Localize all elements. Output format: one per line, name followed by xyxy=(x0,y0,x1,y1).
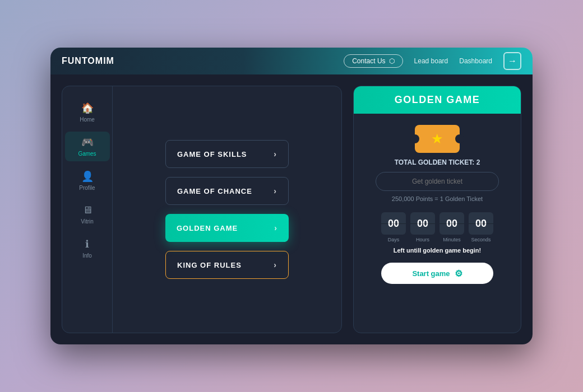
sidebar-item-info[interactable]: ℹ Info xyxy=(65,234,110,263)
golden-game-title: GOLDEN GAME xyxy=(354,86,521,114)
arrow-icon-king: › xyxy=(274,260,277,269)
countdown-minutes-label: Minutes xyxy=(443,237,461,242)
logout-button[interactable]: → xyxy=(503,52,521,70)
game-of-chance-label: GAME OF CHANCE xyxy=(177,187,252,195)
sidebar-item-vitrin[interactable]: 🖥 Vitrin xyxy=(65,200,110,229)
game-menu: GAME OF SKILLS › GAME OF CHANCE › GOLDEN… xyxy=(113,86,341,333)
sidebar-item-games[interactable]: 🎮 Games xyxy=(65,132,110,161)
king-of-rules-label: KING OF RULES xyxy=(177,261,242,269)
countdown-status-text: Left untill golden game begin! xyxy=(394,247,481,254)
countdown-minutes-box: 00 xyxy=(439,212,464,235)
sidebar-item-profile[interactable]: 👤 Profile xyxy=(65,166,110,195)
sidebar-item-home[interactable]: 🏠 Home xyxy=(65,97,110,127)
countdown-hours-box: 00 xyxy=(410,212,435,235)
leaderboard-link[interactable]: Lead board xyxy=(414,57,448,65)
info-icon: ℹ xyxy=(85,238,89,250)
contact-label: Contact Us xyxy=(352,57,385,65)
countdown-hours-unit: 00 Hours xyxy=(410,212,435,242)
golden-game-button[interactable]: GOLDEN GAME › xyxy=(165,214,289,242)
game-of-skills-button[interactable]: GAME OF SKILLS › xyxy=(165,140,289,168)
app-window: FUNTOMIM Contact Us ⬡ Lead board Dashboa… xyxy=(50,48,533,344)
left-panel: 🏠 Home 🎮 Games 👤 Profile 🖥 Vitrin ℹ xyxy=(62,86,342,333)
sidebar: 🏠 Home 🎮 Games 👤 Profile 🖥 Vitrin ℹ xyxy=(62,86,113,333)
golden-game-panel: GOLDEN GAME ★ TOTAL GOLDEN TICKET: 2 250… xyxy=(353,86,521,333)
countdown-seconds-label: Seconds xyxy=(471,237,491,242)
countdown-days-label: Days xyxy=(388,237,400,242)
vitrin-icon: 🖥 xyxy=(82,204,92,216)
titlebar-nav: Contact Us ⬡ Lead board Dashboard → xyxy=(344,52,521,70)
golden-game-label: GOLDEN GAME xyxy=(177,224,238,232)
arrow-icon-golden: › xyxy=(274,223,277,232)
countdown-days-box: 00 xyxy=(381,212,406,235)
total-tickets-label: TOTAL GOLDEN TICKET: 2 xyxy=(395,158,480,166)
sidebar-label-profile: Profile xyxy=(79,185,95,191)
dashboard-link[interactable]: Dashboard xyxy=(459,57,492,65)
arrow-icon-chance: › xyxy=(274,186,277,195)
sidebar-label-vitrin: Vitrin xyxy=(81,218,94,225)
main-content: 🏠 Home 🎮 Games 👤 Profile 🖥 Vitrin ℹ xyxy=(50,74,533,344)
king-of-rules-button[interactable]: KING OF RULES › xyxy=(165,251,289,279)
golden-ticket-icon: ★ xyxy=(415,125,460,153)
logout-icon: → xyxy=(508,56,517,66)
countdown-seconds-box: 00 xyxy=(469,212,493,235)
home-icon: 🏠 xyxy=(81,102,94,114)
titlebar: FUNTOMIM Contact Us ⬡ Lead board Dashboa… xyxy=(50,48,533,74)
arrow-icon-skills: › xyxy=(274,150,277,158)
game-of-skills-label: GAME OF SKILLS xyxy=(177,150,247,158)
star-icon: ★ xyxy=(431,131,443,147)
countdown-seconds-unit: 00 Seconds xyxy=(469,212,493,242)
external-link-icon: ⬡ xyxy=(389,57,395,65)
sidebar-label-info: Info xyxy=(82,253,92,259)
start-game-button[interactable]: Start game ⚙ xyxy=(381,263,493,284)
sidebar-label-home: Home xyxy=(80,116,95,123)
games-icon: 🎮 xyxy=(81,136,94,148)
countdown-minutes-unit: 00 Minutes xyxy=(439,212,464,242)
gear-icon: ⚙ xyxy=(455,268,462,279)
countdown-days-unit: 00 Days xyxy=(381,212,406,242)
profile-icon: 👤 xyxy=(81,170,94,183)
countdown-timer: 00 Days 00 Hours 00 Minutes 00 Seconds xyxy=(381,212,493,242)
sidebar-label-games: Games xyxy=(78,151,96,157)
start-game-label: Start game xyxy=(412,269,450,278)
contact-button[interactable]: Contact Us ⬡ xyxy=(344,54,402,68)
get-golden-ticket-input[interactable] xyxy=(376,172,499,191)
app-logo: FUNTOMIM xyxy=(62,56,344,66)
game-of-chance-button[interactable]: GAME OF CHANCE › xyxy=(165,177,289,205)
points-info-text: 250,000 Points = 1 Golden Ticket xyxy=(392,195,483,202)
countdown-hours-label: Hours xyxy=(416,237,429,242)
